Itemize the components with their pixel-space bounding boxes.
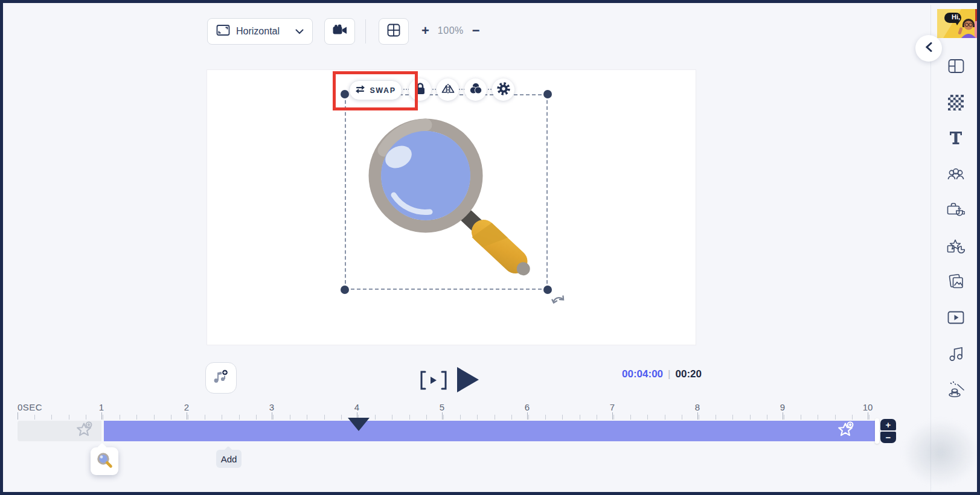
ruler-label: 10 [863,402,873,412]
timeline-zoom-in-button[interactable]: + [880,419,896,430]
ruler-tick [442,412,443,420]
color-filter-button[interactable] [464,78,487,101]
sidebar-item-properties[interactable] [947,202,965,220]
timeline-playhead[interactable] [348,418,370,431]
layout-icon [948,59,964,76]
time-display: 00:04:00 | 00:20 [622,368,702,380]
ruler-label: 1 [99,402,104,412]
timeline-zoom-out-button[interactable]: − [880,432,896,443]
flip-button[interactable] [437,78,459,101]
sidebar-divider [930,5,931,493]
swap-arrows-icon [355,85,365,97]
ruler-tick [272,412,272,420]
preview-play-button[interactable] [419,369,448,394]
swap-button-label: SWAP [370,86,396,95]
sidebar-item-layouts[interactable] [947,58,965,76]
video-icon [947,311,964,327]
timeline-scene-clip[interactable] [104,421,875,441]
lock-icon [414,82,426,97]
zoom-in-button[interactable]: + [421,24,429,37]
ruler-label: 3 [269,402,274,412]
orientation-label: Horizontal [236,26,280,37]
flip-horizontal-icon [441,83,455,97]
selection-box[interactable] [345,94,548,290]
total-time: 00:20 [675,368,701,380]
swap-button[interactable]: SWAP [349,80,402,100]
ruler-label: 4 [354,402,359,412]
add-tooltip-label: Add [221,454,237,464]
star-add-icon [836,421,854,441]
blurred-widget-placeholder [903,420,978,486]
sidebar-item-effects[interactable] [947,382,965,400]
chevron-left-icon [926,42,932,54]
toolbar-divider [365,19,366,43]
ruler-tick [868,412,868,420]
canvas-zoom-controls: + 100% − [421,24,480,37]
background-checker-icon [948,95,964,110]
ruler-tick [101,412,102,420]
ruler-label: 2 [184,402,189,412]
sidebar-item-characters[interactable] [947,166,965,184]
avatar-speech-text: Hi, [947,13,965,21]
current-time: 00:04:00 [622,368,663,380]
timeline-intro-segment[interactable] [18,421,101,441]
sidebar-item-backgrounds[interactable] [947,94,965,112]
add-music-icon [212,368,230,388]
settings-gear-icon [496,81,511,98]
grid-view-button[interactable] [379,18,409,45]
video-camera-icon [333,24,347,39]
resize-handle-top-left[interactable] [341,90,349,98]
camera-button[interactable] [324,18,355,45]
ruler-label-0sec: 0SEC [18,402,42,412]
zoom-level: 100% [438,25,464,36]
add-tooltip[interactable]: Add [216,450,242,468]
grid-layout-icon [387,24,400,39]
ruler-label: 7 [610,402,615,412]
shapes-icon [947,239,965,257]
images-icon [948,273,964,292]
scene-thumbnail-popup[interactable] [91,447,118,475]
time-separator: | [668,368,670,380]
add-music-button[interactable] [205,362,237,394]
properties-icon [947,202,965,220]
ruler-label: 9 [780,402,785,412]
orientation-dropdown[interactable]: Horizontal [207,18,313,45]
chevron-down-icon [295,26,304,37]
lock-button[interactable] [409,78,431,101]
sidebar-item-music[interactable] [947,346,965,364]
ruler-tick [697,412,698,420]
aspect-ratio-icon [216,24,230,39]
sidebar-item-videos[interactable] [947,310,965,328]
sidebar-item-text[interactable] [947,129,965,147]
play-button[interactable] [456,366,480,396]
sidebar-item-images[interactable] [947,273,965,292]
ruler-tick [612,412,613,420]
ruler-label: 5 [440,402,444,412]
star-add-icon [75,421,93,441]
ruler-tick [18,412,18,420]
characters-icon [947,167,964,184]
preview-play-icon [419,383,448,393]
timeline-zoom-controls: + − [880,419,896,443]
effects-icon [947,381,965,400]
ruler-minor-ticks [18,415,876,420]
clip-trim-handle[interactable] [875,418,879,444]
sidebar-item-shapes[interactable] [947,238,965,257]
resize-handle-top-right[interactable] [543,90,552,98]
ruler-tick [187,412,187,420]
play-icon [456,385,480,395]
color-filter-icon [469,82,482,97]
ruler-label: 8 [695,402,700,412]
text-icon [949,130,963,147]
music-icon [949,346,963,364]
rotate-handle[interactable] [551,292,566,308]
resize-handle-bottom-left[interactable] [341,286,349,294]
ruler-tick [527,412,528,420]
sidebar-collapse-button[interactable] [915,35,942,62]
magnifier-thumbnail-icon [95,451,114,471]
settings-button[interactable] [492,78,514,101]
zoom-out-button[interactable]: − [472,24,480,37]
resize-handle-bottom-right[interactable] [543,286,552,294]
ruler-tick [783,412,783,420]
ruler-label: 6 [525,402,530,412]
